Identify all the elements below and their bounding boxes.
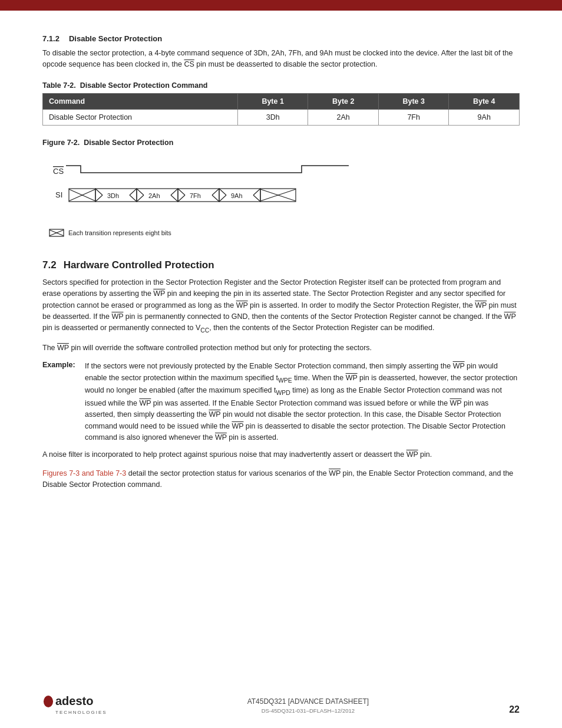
footer-info: AT45DQ321 [ADVANCE DATASHEET] DS-45DQ321… <box>107 696 510 715</box>
svg-line-16 <box>212 195 219 202</box>
svg-line-3 <box>95 189 103 195</box>
col-byte3: Byte 3 <box>378 93 449 109</box>
example-block: Example: If the sectors were not previou… <box>42 361 520 443</box>
section-72-para1: Sectors specified for protection in the … <box>42 277 520 335</box>
svg-line-9 <box>137 195 144 202</box>
svg-line-20 <box>253 189 260 195</box>
doc-title: AT45DQ321 [ADVANCE DATASHEET] <box>107 696 510 707</box>
footer-logo: adesto TECHNOLOGIES <box>42 689 107 715</box>
table-72-caption: Table 7-2. Disable Sector Protection Com… <box>42 81 520 90</box>
cell-byte1: 3Dh <box>237 109 308 125</box>
table-72: Command Byte 1 Byte 2 Byte 3 Byte 4 Disa… <box>42 93 520 126</box>
svg-line-4 <box>95 195 103 202</box>
cs-label-inline: CS <box>184 60 194 68</box>
svg-text:2Ah: 2Ah <box>148 192 160 199</box>
col-byte4: Byte 4 <box>449 93 520 109</box>
si-right-hash <box>260 189 296 202</box>
section-72-number: 7.2 <box>42 259 57 271</box>
col-byte2: Byte 2 <box>308 93 379 109</box>
svg-line-13 <box>178 189 185 195</box>
svg-line-5 <box>130 189 137 195</box>
example-text: If the sectors were not previously prote… <box>85 361 520 443</box>
section-72-heading: 7.2Hardware Controlled Protection <box>42 259 520 271</box>
svg-line-11 <box>171 195 178 202</box>
col-command: Command <box>43 93 238 109</box>
header-red-bar <box>0 0 562 11</box>
cell-byte4: 9Ah <box>449 109 520 125</box>
legend-icon <box>48 228 65 238</box>
cs-waveform <box>66 166 349 173</box>
svg-line-15 <box>212 189 219 195</box>
svg-line-6 <box>130 195 137 202</box>
svg-text:adesto: adesto <box>55 694 93 707</box>
waveform-svg: CS SI 3Dh <box>48 155 355 220</box>
logo-sub: TECHNOLOGIES <box>55 710 107 715</box>
waveform-legend: Each transition represents eight bits <box>48 228 520 238</box>
section-72-para2: The WP pin will override the software co… <box>42 342 520 354</box>
section-712-heading: 7.1.2Disable Sector Protection <box>42 34 520 43</box>
link-para: Figures 7-3 and Table 7-3 detail the sec… <box>42 468 520 491</box>
footer-page: 22 <box>509 704 520 715</box>
svg-text:3Dh: 3Dh <box>107 192 119 199</box>
section-712-body: To disable the sector protection, a 4-by… <box>42 48 520 71</box>
section-72: 7.2Hardware Controlled Protection Sector… <box>42 259 520 491</box>
figure-72-caption: Figure 7-2. Disable Sector Protection <box>42 139 520 147</box>
noise-para: A noise filter is incorporated to help p… <box>42 449 520 460</box>
svg-line-10 <box>171 189 178 195</box>
doc-number: DS-45DQ321-031–DFLASH–12/2012 <box>107 707 510 715</box>
link-text[interactable]: Figures 7-3 and Table 7-3 <box>42 469 126 477</box>
section-712-number: 7.1.2 <box>42 34 59 43</box>
waveform-si-label: SI <box>55 190 62 199</box>
logo-main: adesto <box>42 689 101 710</box>
section-712: 7.1.2Disable Sector Protection To disabl… <box>42 34 520 238</box>
waveform-cs-label: CS <box>53 167 64 176</box>
cell-command: Disable Sector Protection <box>43 109 238 125</box>
cell-byte2: 2Ah <box>308 109 379 125</box>
svg-line-14 <box>178 195 185 202</box>
example-label: Example: <box>42 361 85 443</box>
si-left-hash <box>69 189 95 202</box>
svg-line-21 <box>253 195 260 202</box>
legend-text: Each transition represents eight bits <box>68 229 171 236</box>
adesto-logo-svg: adesto <box>42 689 101 710</box>
svg-line-19 <box>219 195 226 202</box>
footer: adesto TECHNOLOGIES AT45DQ321 [ADVANCE D… <box>0 689 562 715</box>
cell-byte3: 7Fh <box>378 109 449 125</box>
waveform-diagram: CS SI 3Dh <box>48 155 520 222</box>
table-header-row: Command Byte 1 Byte 2 Byte 3 Byte 4 <box>43 93 520 109</box>
table-row: Disable Sector Protection 3Dh 2Ah 7Fh 9A… <box>43 109 520 125</box>
col-byte1: Byte 1 <box>237 93 308 109</box>
svg-line-8 <box>137 189 144 195</box>
svg-text:7Fh: 7Fh <box>190 192 201 199</box>
svg-line-18 <box>219 189 226 195</box>
svg-text:9Ah: 9Ah <box>231 192 243 199</box>
